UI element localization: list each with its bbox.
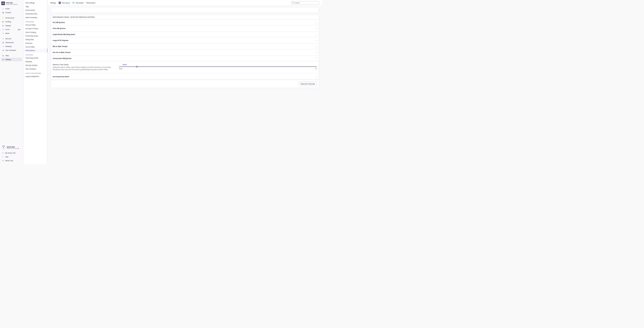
chevron-right-icon: ›	[71, 2, 72, 4]
settings-group-legacy: LEGACY INTEGRATIONS	[23, 71, 47, 75]
settings-nav-performance[interactable]: Performance	[23, 49, 47, 52]
crumb-org[interactable]: new-org-xy	[62, 2, 70, 4]
topbar: Settings › NX new-org-xy › vite-project …	[48, 0, 322, 6]
crumb-project[interactable]: vite-project	[76, 2, 84, 4]
nav-discover[interactable]: ✦ Discover	[1, 37, 22, 41]
nav-label: Releases	[5, 46, 12, 47]
settings-sidebar: Alert Settings Tags Environments Ownersh…	[23, 0, 48, 164]
discover-icon: ✦	[2, 38, 4, 40]
nav-label: User Feedback	[5, 49, 16, 51]
settings-nav-processing-issues[interactable]: Processing Issues	[23, 34, 47, 38]
detector-row-file-io-on-main-thread[interactable]: File I/O on Main Thread ⌄	[51, 50, 319, 56]
detector-title: DB on Main Thread	[53, 46, 67, 47]
nav-label: Alerts	[5, 32, 10, 34]
settings-nav-security-privacy[interactable]: Security & Privacy	[23, 27, 47, 31]
alerts-icon: 🕭	[2, 32, 4, 34]
nav-performance[interactable]: ⚡ Performance	[1, 16, 22, 20]
breadcrumb: Settings › NX new-org-xy › vite-project …	[50, 2, 95, 4]
nav-stats[interactable]: ▥ Stats	[1, 54, 22, 57]
nav-whats-new[interactable]: ✉ What's new	[1, 159, 22, 162]
releases-icon: ⎘	[2, 46, 4, 47]
nav-dashboards[interactable]: ▤ Dashboards	[1, 41, 22, 44]
chevron-down-icon: ⌄	[315, 28, 317, 29]
settings-nav-environments[interactable]: Environments	[23, 8, 47, 12]
quick-start[interactable]: 5 Quick Start 5 Remaining tasks	[1, 145, 22, 151]
slider[interactable]	[119, 66, 317, 67]
nav-label: What's new	[5, 160, 13, 162]
nav-projects[interactable]: ▦ Projects	[1, 11, 22, 14]
primary-sidebar: NX new-org ▾ abdullah.khan@sen... ◎ Issu…	[0, 0, 23, 164]
nav-releases[interactable]: ⎘ Releases	[1, 45, 22, 48]
detector-title: N+1 DB Queries	[53, 22, 65, 23]
settings-nav-debug-files[interactable]: Debug Files	[23, 38, 47, 41]
settings-nav-alert-settings[interactable]: Alert Settings	[23, 1, 47, 5]
settings-group-processing: PROCESSING	[23, 19, 47, 23]
nav-label: Help	[5, 156, 8, 158]
reset-all-thresholds-button[interactable]: Reset All Thresholds	[299, 82, 317, 86]
nav-label: Issues	[5, 8, 10, 10]
search-box[interactable]: 🔍	[291, 1, 320, 5]
megaphone-icon: ✉	[2, 160, 4, 162]
nav-issues[interactable]: ◎ Issues	[1, 7, 22, 11]
org-avatar-small: NX	[59, 2, 61, 4]
detector-row-consecutive-db-queries[interactable]: Consecutive DB Queries ⌃	[51, 56, 319, 62]
settings-nav-source-maps[interactable]: Source Maps	[23, 45, 47, 49]
nav-profiling[interactable]: ◧ Profiling	[1, 20, 22, 24]
settings-nav-security-headers[interactable]: Security Headers	[23, 63, 47, 67]
gear-icon: ⚙	[2, 59, 4, 60]
nav-label: Crons	[5, 29, 10, 31]
org-switcher[interactable]: NX new-org ▾ abdullah.khan@sen...	[1, 1, 22, 7]
setting-title: Minimum Time Saved	[53, 64, 112, 66]
nav-trial[interactable]: ⬡ My Sentry Trial	[1, 151, 22, 155]
chevron-up-icon: ⌃	[315, 57, 317, 59]
slider-value: 100ms	[119, 64, 317, 65]
nav-help[interactable]: ? Help	[1, 155, 22, 159]
detector-row-large-http-payload[interactable]: Large HTTP Payload ⌄	[51, 38, 319, 44]
nav-user-feedback[interactable]: ☻ User Feedback	[1, 49, 22, 52]
settings-nav-tags[interactable]: Tags	[23, 5, 47, 8]
nav-replays[interactable]: ▶ Replays	[1, 24, 22, 28]
detector-row-slow-db-queries[interactable]: Slow DB Queries ⌄	[51, 26, 319, 32]
detector-title: File I/O on Main Thread	[53, 51, 70, 53]
settings-nav-data-forwarding[interactable]: Data Forwarding	[23, 16, 47, 19]
nav-label: Dashboards	[5, 42, 14, 44]
settings-nav-inbound-filters[interactable]: Inbound Filters	[23, 23, 47, 27]
detector-title: Uncompressed Asset	[53, 76, 69, 78]
detector-row-n1-db-queries[interactable]: N+1 DB Queries ⌄	[51, 20, 319, 26]
detector-row-db-on-main-thread[interactable]: DB on Main Thread ⌄	[51, 44, 319, 50]
settings-nav-ownership-rules[interactable]: Ownership Rules	[23, 12, 47, 16]
quick-start-subtitle: 5 Remaining tasks	[7, 148, 17, 149]
nav-crons[interactable]: ◷ Crons beta	[1, 28, 22, 31]
chevron-down-icon: ⌄	[315, 76, 317, 78]
detector-row-large-render-blocking-asset[interactable]: Large Render Blocking Asset ⌄	[51, 32, 319, 38]
search-input[interactable]	[295, 2, 318, 4]
settings-nav-user-feedback[interactable]: User Feedback	[23, 67, 47, 71]
detector-expanded-body: Minimum Time Saved Setting the value to …	[51, 62, 319, 74]
crons-icon: ◷	[2, 29, 4, 31]
nav-label: Projects	[5, 12, 11, 14]
chevron-down-icon: ⌄	[315, 22, 317, 23]
nav-settings[interactable]: ⚙ Settings	[1, 58, 22, 61]
chevron-down-icon: ⌄	[315, 51, 317, 53]
settings-nav-releases[interactable]: Releases	[23, 60, 47, 63]
slider-thumb[interactable]	[136, 66, 138, 67]
detector-row-uncompressed-asset[interactable]: Uncompressed Asset ⌄	[51, 74, 319, 80]
crumb-settings[interactable]: Settings	[50, 2, 56, 4]
settings-nav-client-keys[interactable]: Client Keys (DSN)	[23, 56, 47, 60]
profiling-icon: ◧	[2, 21, 4, 23]
trial-icon: ⬡	[2, 152, 4, 154]
settings-nav-proguard[interactable]: ProGuard	[23, 41, 47, 45]
nav-label: Settings	[5, 59, 11, 60]
panel-footer: Reset All Thresholds	[51, 80, 319, 88]
slider-max-label: 5s	[315, 68, 317, 69]
org-email: abdullah.khan@sen...	[6, 4, 18, 5]
org-name: new-org	[6, 2, 12, 4]
settings-nav-issue-grouping[interactable]: Issue Grouping	[23, 31, 47, 34]
chevron-right-icon: ›	[57, 2, 58, 4]
attention-dot-icon	[18, 148, 19, 149]
chevron-down-icon: ▾	[13, 2, 13, 4]
chevron-right-icon: ›	[84, 2, 85, 4]
nav-label: Performance	[5, 17, 14, 19]
settings-nav-legacy-integrations[interactable]: Legacy Integrations	[23, 75, 47, 78]
nav-alerts[interactable]: 🕭 Alerts	[1, 32, 22, 35]
